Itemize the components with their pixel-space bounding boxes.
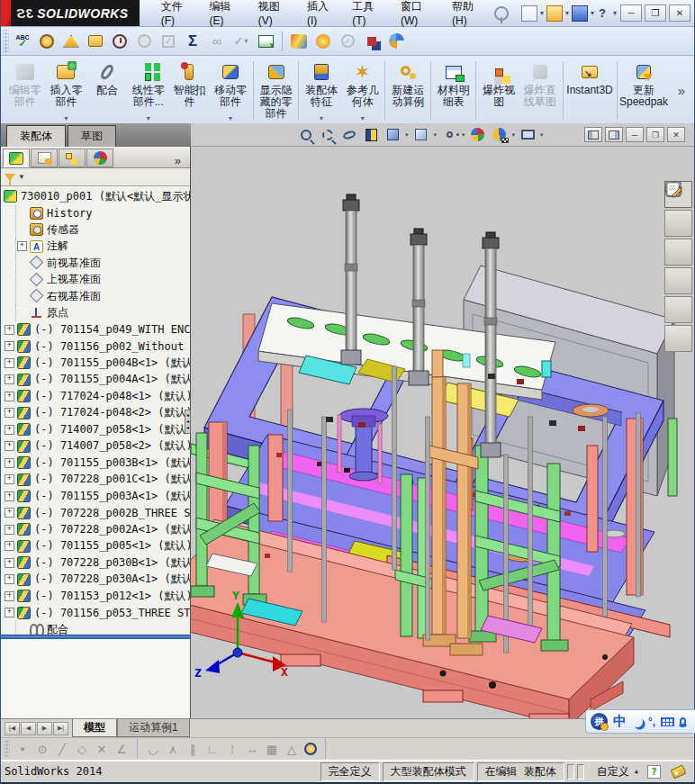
ime-fullwidth-icon[interactable] — [631, 716, 644, 728]
tab-motion-study[interactable]: 运动算例1 — [117, 719, 190, 737]
tree-item-component[interactable]: +(-) 707228_p002B_THREE STA — [4, 505, 190, 522]
tree-item-component[interactable]: +(-) 707228_p001C<1> (默认) — [4, 472, 190, 489]
view-orientation-icon[interactable] — [384, 126, 402, 144]
ime-microphone-icon[interactable] — [680, 717, 686, 725]
ribbon-overflow-button[interactable]: » — [669, 83, 694, 98]
ime-language-toggle[interactable]: 中 — [613, 713, 627, 730]
right-pane-toggle[interactable] — [605, 127, 623, 142]
new-dropdown-arrow[interactable]: ▾ — [539, 9, 545, 17]
tree-item-component[interactable]: +(-) 707228_p002A<1> (默认) — [4, 521, 190, 538]
toolbar-grip[interactable] — [4, 740, 10, 757]
expand-toggle[interactable]: + — [5, 574, 14, 584]
design-library-icon[interactable] — [664, 210, 692, 237]
expand-toggle[interactable]: + — [5, 358, 14, 368]
insert-components-button[interactable]: 插入零部件 ▼ — [46, 58, 87, 123]
zoom-fit-icon[interactable] — [297, 126, 315, 144]
expand-toggle[interactable]: + — [5, 508, 14, 518]
tree-item-component[interactable]: +(-) 701155_p004A<1> (默认) — [4, 372, 190, 389]
tree-item-component[interactable]: +(-) 701155_p003A<1> (默认) — [4, 488, 190, 505]
concentric-icon[interactable]: ⊙ — [35, 743, 50, 756]
move-copy-icon[interactable] — [85, 31, 106, 52]
dropdown-arrow[interactable]: ▼ — [228, 115, 234, 123]
recall-render-icon[interactable] — [361, 31, 383, 52]
dropdown-arrow[interactable]: ▼ — [359, 115, 366, 123]
help-button[interactable]: ? — [595, 6, 609, 20]
featuremanager-tab[interactable] — [3, 149, 30, 167]
filter-icon[interactable] — [5, 174, 15, 181]
tree-item-top-plane[interactable]: 上视基准面 — [15, 272, 190, 289]
custom-properties-icon[interactable] — [664, 325, 692, 352]
tab-sketch[interactable]: 草图 — [68, 125, 116, 147]
intersection-icon[interactable]: ✕ — [95, 743, 109, 756]
last-tab-button[interactable]: ▶| — [53, 722, 68, 735]
configurationmanager-tab[interactable] — [59, 149, 86, 167]
status-help-button[interactable]: ? — [647, 765, 661, 779]
tree-item-component[interactable]: +(-) 714007_p058<1> (默认) — [4, 421, 190, 438]
displaymanager-tab[interactable] — [86, 149, 113, 167]
tree-item-component[interactable]: +(-) 714007_p058<2> (默认) — [4, 438, 190, 455]
expand-toggle[interactable]: + — [5, 408, 14, 418]
dropdown-arrow[interactable]: ▼ — [145, 115, 151, 123]
coincident-icon[interactable]: ⋏ — [166, 743, 180, 756]
status-custom[interactable]: 自定义 — [597, 764, 629, 779]
tab-model[interactable]: 模型 — [72, 719, 117, 737]
close-button[interactable]: ✕ — [669, 5, 690, 22]
exploded-view-button[interactable]: 爆炸视图 — [478, 58, 519, 123]
menu-window[interactable]: 窗口(W) — [392, 0, 443, 31]
triangle-icon[interactable]: △ — [284, 743, 299, 756]
expand-toggle[interactable]: + — [5, 441, 14, 451]
help-dropdown-arrow[interactable]: ▾ — [612, 9, 618, 17]
restore-button[interactable]: ❐ — [645, 5, 666, 22]
tree-item-component[interactable]: +(-) 707228_p030B<1> (默认) — [4, 554, 190, 572]
apply-scene-icon[interactable] — [491, 126, 509, 144]
grid-icon[interactable]: ▦ — [265, 743, 279, 756]
smart-fasteners-button[interactable]: 智能扣件 — [169, 58, 211, 123]
display-style-icon[interactable] — [412, 126, 430, 144]
show-hidden-components-button[interactable]: 显示隐藏的零部件 — [256, 58, 297, 123]
expand-toggle[interactable]: + — [5, 525, 14, 535]
section-view-icon[interactable] — [362, 126, 380, 144]
point-icon[interactable]: • — [15, 743, 30, 756]
appearances-icon[interactable] — [664, 296, 692, 323]
new-motion-study-button[interactable]: 新建运动算例 — [387, 58, 429, 123]
dropdown-arrow[interactable]: ▼ — [63, 115, 69, 123]
measure-icon[interactable] — [36, 31, 58, 52]
tree-item-component[interactable]: +(-) 701155_p004B<1> (默认) — [4, 355, 190, 372]
dropdown-arrow[interactable]: ▾ — [540, 131, 544, 139]
dropdown-arrow[interactable]: ▾ — [434, 131, 438, 139]
doc-minimize-button[interactable]: ─ — [626, 127, 644, 142]
spellcheck-icon[interactable]: ABC✓ — [12, 31, 33, 52]
expand-toggle[interactable]: + — [5, 392, 14, 401]
mate-button[interactable]: 配合 — [86, 58, 128, 123]
expand-toggle[interactable]: + — [5, 558, 14, 568]
menu-edit[interactable]: 编辑(E) — [200, 0, 248, 31]
tree-item-sensors[interactable]: 传感器 — [15, 221, 190, 239]
menu-file[interactable]: 文件(F) — [152, 0, 201, 31]
expand-toggle[interactable]: + — [5, 474, 14, 484]
preview-render-icon[interactable] — [288, 31, 310, 52]
bill-of-materials-button[interactable]: 材料明细表 — [433, 58, 474, 123]
save-button[interactable] — [572, 5, 588, 22]
open-dropdown-arrow[interactable]: ▾ — [564, 9, 570, 17]
check-feature-icon[interactable]: ✓▾ — [230, 31, 252, 52]
move-component-button[interactable]: 移动零部件 ▼ — [210, 58, 251, 123]
expand-toggle[interactable]: + — [5, 608, 14, 617]
measure-icon[interactable] — [304, 743, 317, 755]
tangent-icon[interactable]: ◡ — [146, 743, 160, 756]
tree-item-component[interactable]: +(-) 701154_p049_WITH ENCLOS — [4, 321, 190, 338]
view-settings-icon[interactable] — [519, 126, 537, 144]
explode-line-sketch-button[interactable]: 爆炸直线草图 — [519, 58, 561, 123]
open-document-button[interactable] — [546, 5, 563, 22]
dropdown-arrow[interactable]: ▾ — [405, 131, 409, 139]
tree-item-component[interactable]: +(-) 701155_p003B<1> (默认) — [4, 455, 190, 472]
tree-root[interactable]: 730010_p001 (默认<默认_显示状 — [4, 188, 190, 205]
tree-item-component[interactable]: +(-) 701156_p002_Without Ma — [4, 338, 190, 356]
minimize-button[interactable]: ─ — [620, 5, 642, 22]
assembly-features-button[interactable]: 装配体特征 ▼ — [301, 58, 342, 123]
tree-item-annotations[interactable]: +A注解 — [15, 239, 190, 256]
propertymanager-tab[interactable] — [31, 149, 58, 167]
graphics-viewport[interactable]: Y X Z — [191, 147, 694, 718]
prev-tab-button[interactable]: ◀ — [21, 722, 36, 735]
mate-diagnostics-icon[interactable]: ∞ — [206, 31, 228, 52]
timer-icon[interactable] — [133, 31, 155, 52]
